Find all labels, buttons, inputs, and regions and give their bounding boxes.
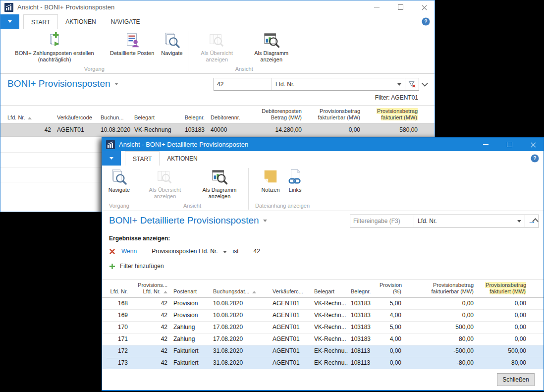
table-cell[interactable]: VK-Rechn... — [311, 334, 348, 345]
table-cell[interactable]: 42 — [131, 345, 170, 357]
table-cell[interactable]: 0,00 — [477, 298, 529, 309]
tab-navigate[interactable]: NAVIGATE — [104, 14, 148, 29]
table-cell[interactable]: Provision — [170, 310, 210, 321]
clear-filter-button[interactable] — [405, 78, 419, 90]
table-cell[interactable]: 31.08.2020 — [210, 357, 270, 369]
app-menu-button[interactable] — [0, 14, 19, 29]
show-as-chart-button[interactable]: Als Diagramm anzeigen — [244, 30, 299, 64]
add-filter-button[interactable]: Filter hinzufügen — [109, 263, 164, 270]
table-cell[interactable]: 10.08.2020 — [210, 298, 270, 309]
expand-filter-pane-chevron[interactable] — [422, 80, 428, 87]
table-cell[interactable]: 42 — [131, 310, 170, 321]
close-window-button[interactable] — [417, 2, 432, 12]
table-row[interactable]: 42AGENT0110.08.2020VK-Rechnung1031834000… — [0, 124, 435, 137]
table-cell[interactable]: AGENT01 — [270, 298, 311, 309]
notes-button[interactable]: Notizen — [258, 167, 283, 195]
column-header[interactable]: Verkäuferc... — [270, 287, 311, 297]
table-cell[interactable]: VK-Rechnung — [131, 124, 175, 136]
column-header[interactable]: Belegart — [131, 113, 175, 123]
table-cell[interactable]: AGENT01 — [54, 124, 98, 136]
column-header[interactable]: Buchun... — [98, 113, 131, 123]
table-cell[interactable]: 5,00 — [377, 322, 404, 333]
table-cell[interactable]: 103183 — [348, 334, 377, 345]
table-cell[interactable]: AGENT01 — [270, 334, 311, 345]
table-cell[interactable]: 4,00 — [377, 334, 404, 345]
table-cell[interactable]: 173 — [106, 357, 131, 369]
column-header[interactable]: Verkäufercode — [54, 113, 98, 123]
tab-aktionen[interactable]: AKTIONEN — [58, 14, 103, 29]
table-cell[interactable]: 42 — [131, 322, 170, 333]
table-cell[interactable]: 17.08.2020 — [210, 334, 270, 345]
table-cell[interactable]: 42 — [131, 357, 170, 369]
table-cell[interactable]: AGENT01 — [270, 322, 311, 333]
table-cell[interactable]: 169 — [106, 310, 131, 321]
table-row[interactable]: 17042Zahlung17.08.2020AGENT01VK-Rechn...… — [102, 322, 544, 334]
table-cell[interactable]: AGENT01 — [270, 310, 311, 321]
navigate-button[interactable]: Navigate — [158, 30, 186, 58]
column-header[interactable]: Provisionsbetrag fakturierbar (MW) — [305, 107, 363, 123]
column-header[interactable]: Provisionsbetrag fakturiert (MW) — [477, 281, 529, 297]
table-cell[interactable]: 170 — [106, 322, 131, 333]
column-header[interactable]: Postenart — [170, 287, 210, 297]
table-cell[interactable]: 103183 — [348, 322, 377, 333]
table-row[interactable]: 17342Fakturiert31.08.2020AGENT01EK-Rechn… — [102, 357, 544, 369]
column-header[interactable]: Provisions... Lfd. Nr. — [131, 281, 170, 297]
table-cell[interactable]: 80,00 — [477, 357, 529, 369]
table-cell[interactable]: 172 — [106, 345, 131, 357]
table-cell[interactable]: 42 — [4, 124, 54, 136]
table-row[interactable]: 16842Provision10.08.2020AGENT01VK-Rechn.… — [102, 298, 544, 310]
help-icon[interactable]: ? — [422, 17, 430, 26]
app-menu-button[interactable] — [102, 151, 121, 166]
filter-field-selector[interactable]: Lfd. Nr. — [414, 215, 525, 227]
table-cell[interactable]: 108113 — [348, 345, 377, 357]
table-cell[interactable]: 42 — [131, 298, 170, 309]
table-cell[interactable]: 80,00 — [404, 334, 477, 345]
table-cell[interactable]: 0,00 — [305, 124, 363, 136]
filter-keyword[interactable]: Wenn — [121, 248, 137, 255]
table-cell[interactable]: 500,00 — [404, 322, 477, 333]
close-window-button[interactable] — [526, 140, 541, 150]
table-cell[interactable]: 0,00 — [404, 310, 477, 321]
column-header[interactable]: Debitorennr. — [208, 113, 251, 123]
column-header[interactable]: Buchungsdat... — [210, 287, 270, 297]
create-payment-entries-button[interactable]: BONI+ Zahlungsposten erstellen (nachträg… — [2, 30, 107, 64]
navigate-button[interactable]: Navigate — [105, 167, 133, 195]
table-cell[interactable]: 108113 — [348, 357, 377, 369]
table-cell[interactable]: Fakturiert — [170, 357, 210, 369]
table-cell[interactable]: 168 — [106, 298, 131, 309]
detailed-entries-button[interactable]: Detaillierte Posten — [107, 30, 158, 58]
column-header[interactable]: Belegnr. — [175, 113, 208, 123]
table-cell[interactable]: 0,00 — [477, 322, 529, 333]
table-cell[interactable]: 103183 — [175, 124, 208, 136]
table-cell[interactable]: 103183 — [348, 310, 377, 321]
maximize-button[interactable] — [393, 2, 408, 12]
minimize-button[interactable] — [369, 2, 384, 12]
table-cell[interactable]: 171 — [106, 334, 131, 345]
column-header[interactable]: Provision (%) — [377, 281, 404, 297]
table-cell[interactable]: 0,00 — [377, 345, 404, 357]
table-cell[interactable]: 10.08.2020 — [210, 310, 270, 321]
help-icon[interactable]: ? — [531, 154, 539, 163]
search-field-selector[interactable]: Lfd. Nr. — [272, 78, 405, 90]
column-header[interactable]: Provisionsbetrag fakturierbar (MW) — [404, 281, 477, 297]
filter-input[interactable]: Filtereingabe (F3) — [350, 215, 414, 227]
column-header[interactable]: Belegart — [311, 287, 348, 297]
table-cell[interactable]: 500,00 — [477, 345, 529, 357]
table-row[interactable]: 17242Fakturiert31.08.2020AGENT01EK-Rechn… — [102, 345, 544, 357]
show-as-chart-button[interactable]: Als Diagramm anzeigen — [192, 167, 247, 201]
table-cell[interactable]: 580,00 — [363, 124, 421, 136]
tab-start[interactable]: START — [125, 151, 160, 166]
column-header[interactable]: Provisionsbetrag fakturiert (MW) — [363, 107, 421, 123]
table-cell[interactable]: 40000 — [208, 124, 251, 136]
table-cell[interactable]: VK-Rechn... — [311, 298, 348, 309]
table-cell[interactable]: Zahlung — [170, 334, 210, 345]
tab-aktionen[interactable]: AKTIONEN — [160, 151, 205, 166]
table-cell[interactable]: -500,00 — [404, 345, 477, 357]
page-title[interactable]: BONI+ Provisionsposten — [7, 78, 118, 89]
table-cell[interactable]: Provision — [170, 298, 210, 309]
filter-field-dropdown[interactable]: Provisionsposten Lfd. Nr. — [152, 248, 226, 255]
filter-value-input[interactable]: 42 — [254, 248, 260, 255]
links-button[interactable]: Links — [283, 167, 307, 195]
table-cell[interactable]: 4,00 — [377, 310, 404, 321]
table-cell[interactable]: Zahlung — [170, 322, 210, 333]
